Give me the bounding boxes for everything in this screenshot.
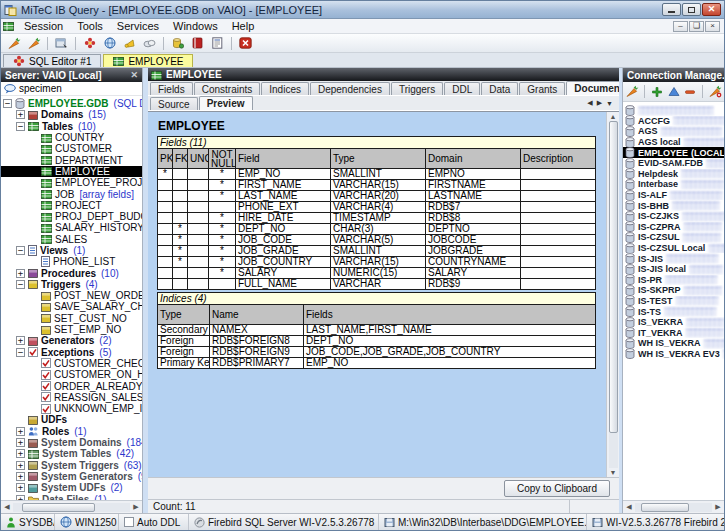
tab-fields[interactable]: Fields [150,82,193,95]
connection-item-accfg[interactable]: ACCFG▒▒▒▒▒▒▒▒▒▒▒ [623,116,724,127]
add-connection-icon[interactable] [650,84,664,100]
connection-item-helpdesk[interactable]: Helpdesk▒▒▒▒▒▒▒▒▒ [623,169,724,180]
expand-icon[interactable]: + [16,483,25,492]
menu-tools[interactable]: Tools [70,20,110,32]
tree-item-customer[interactable]: CUSTOMER [1,143,142,154]
connection-item-is-ts[interactable]: IS-TS▒▒▒▒▒▒▒▒▒▒▒ [623,306,724,317]
connection-item-ags[interactable]: AGS▒▒▒▒▒▒▒▒▒▒▒▒▒ [623,126,724,137]
tree-item-views[interactable]: −Views(1) [1,245,142,256]
mdi-close-button[interactable]: × [705,21,720,32]
mdi-restore-button[interactable]: ❏ [689,21,704,32]
collapse-icon[interactable]: − [16,348,25,357]
tree-item-job[interactable]: JOB[array fields] [1,188,142,199]
connection-list-scrollbar[interactable]: ◀ ▶ [623,500,724,513]
menu-services[interactable]: Services [110,20,166,32]
tree-item-customer-on-hold[interactable]: CUSTOMER_ON_HOLD[dlsdc [1,369,142,380]
connection-item-ags-local[interactable]: AGS local▒▒▒▒▒▒▒▒▒▒ [623,137,724,148]
tree-item-unknown-emp-id[interactable]: UNKNOWN_EMP_ID [1,403,142,414]
expand-icon[interactable]: + [16,472,25,481]
tree-item-sales[interactable]: SALES [1,234,142,245]
tree-item-system-tables[interactable]: +System Tables(42) [1,448,142,459]
tree-item-tables[interactable]: −Tables(10) [1,121,142,132]
expand-icon[interactable]: + [16,427,25,436]
mdi-child-icon[interactable] [3,21,14,31]
tree-item-salary-history[interactable]: SALARY_HISTORY [1,222,142,233]
tree-item-order-already-shipped[interactable]: ORDER_ALREADY_SHIPPED [1,380,142,391]
connection-item-masked[interactable]: ▒▒▒▒▒▒▒▒▒▒▒▒▒▒▒▒ [623,105,724,116]
connection-item-is-bhb[interactable]: IS-BHB▒▒▒▒▒▒▒▒▒▒ [623,200,724,211]
connection-item-interbase[interactable]: Interbase▒▒▒▒▒▒▒▒▒ [623,179,724,190]
scroll-right-icon[interactable]: ▶ [713,503,723,511]
close-button[interactable]: ✕ [702,3,721,16]
session-tab-employee[interactable]: EMPLOYEE [103,54,193,67]
connection-item-is-czpra[interactable]: IS-CZPRA▒▒▒▒▒▒▒▒ [623,222,724,233]
user-security-icon[interactable] [168,35,187,52]
tab-triggers[interactable]: Triggers [391,82,443,95]
connection-item-is-skprp[interactable]: IS-SKPRP▒▒▒▒▒▒▒▒ [623,285,724,296]
tree-item-system-domains[interactable]: +System Domains(184) [1,437,142,448]
preview-vertical-scrollbar[interactable]: ▲ ▼ [606,112,619,477]
tree-item-proj-dept-budget[interactable]: PROJ_DEPT_BUDGET[intege [1,211,142,222]
tab-constraints[interactable]: Constraints [194,82,261,95]
tree-item-reassign-sales[interactable]: REASSIGN_SALES [1,392,142,403]
panel-close-icon[interactable]: ✕ [130,71,138,80]
subtab-scroll-left-icon[interactable]: ◀ [587,99,592,107]
session-tab-sql-editor-1[interactable]: SQL Editor #1 [3,54,101,67]
menu-windows[interactable]: Windows [166,20,225,32]
expand-icon[interactable]: + [16,269,25,278]
subtab-preview[interactable]: Preview [199,96,253,110]
disconnect-icon[interactable] [708,84,722,100]
connection-item-is-czsul-local[interactable]: IS-CZSUL Local▒▒▒▒▒ [623,243,724,254]
tree-item-system-udfs[interactable]: +System UDFs(2) [1,482,142,493]
subtab-scroll-right-icon[interactable]: ▶ [597,99,602,107]
subtab-list-dropdown-icon[interactable]: ▼ [606,100,613,107]
connection-item-is-jis[interactable]: IS-JIS▒▒▒▒▒▒▒▒▒▒▒ [623,253,724,264]
minimize-button[interactable] [662,3,681,16]
expand-icon[interactable]: + [16,438,25,447]
tree-item-employee[interactable]: EMPLOYEE [1,166,142,177]
preferences-icon[interactable] [52,35,71,52]
performance-icon[interactable] [140,35,159,52]
sql-editor-icon[interactable] [80,35,99,52]
tree-item-phone-list[interactable]: PHONE_LIST [1,256,142,267]
expand-icon[interactable]: + [16,110,25,119]
scroll-up-icon[interactable]: ▲ [610,113,617,120]
expand-icon[interactable]: + [16,336,25,345]
auto-ddl-checkbox[interactable] [124,517,134,527]
connection-item-wh-is-vekra[interactable]: WH IS_VEKRA▒▒▒▒▒ [623,338,724,349]
menu-session[interactable]: Session [17,20,70,32]
tree-item-employee-gdb[interactable]: −EMPLOYEE.GDB(SQL Dialect 1) [1,98,142,109]
tree-item-triggers[interactable]: −Triggers(4) [1,279,142,290]
connection-item-wh-is-vekra-ev3[interactable]: WH IS_VEKRA EV3▒▒▒ [623,349,724,360]
scroll-thumb[interactable] [609,121,618,433]
log-icon[interactable] [188,35,207,52]
expand-icon[interactable]: + [16,449,25,458]
tree-item-customer-check[interactable]: CUSTOMER_CHECK [1,358,142,369]
tab-grants[interactable]: Grants [519,82,565,95]
connect-icon[interactable] [625,84,639,100]
tree-item-exceptions[interactable]: −Exceptions(5) [1,347,142,358]
tab-dependencies[interactable]: Dependencies [310,82,390,95]
connection-item-employee[interactable]: EMPLOYEE(LOCALHOST: [623,147,724,158]
tree-horizontal-scrollbar[interactable]: ◀ ▶ [1,500,142,513]
connection-item-is-jis-local[interactable]: IS-JIS local▒▒▒▒▒▒▒ [623,264,724,275]
collapse-icon[interactable]: − [3,99,12,108]
tree-item-set-emp-no[interactable]: SET_EMP_NO [1,324,142,335]
connection-row-specimen[interactable]: specimen [1,82,142,96]
metadata-icon[interactable] [100,35,119,52]
edit-connection-icon[interactable] [666,84,680,100]
tree-item-system-generators[interactable]: +System Generators(9) [1,471,142,482]
tab-indices[interactable]: Indices [261,82,309,95]
connect-icon[interactable] [4,35,23,52]
scroll-thumb[interactable] [22,503,95,512]
tree-item-project[interactable]: PROJECT [1,200,142,211]
tree-item-system-triggers[interactable]: +System Triggers(63) [1,460,142,471]
connection-item-is-vekra[interactable]: IS_VEKRA▒▒▒▒▒▒▒▒ [623,317,724,328]
tree-item-save-salary-change[interactable]: SAVE_SALARY_CHANGE [1,301,142,312]
collapse-icon[interactable]: − [16,122,25,131]
tree-item-data-files[interactable]: +Data Files(1) [1,493,142,500]
connection-item-is-pr[interactable]: IS-PR▒▒▒▒▒▒▒▒▒▒▒ [623,275,724,286]
services-icon[interactable] [120,35,139,52]
connection-item-it-vekra[interactable]: IT_VEKRA▒▒▒▒▒▒▒▒ [623,327,724,338]
tree-item-department[interactable]: DEPARTMENT [1,154,142,165]
